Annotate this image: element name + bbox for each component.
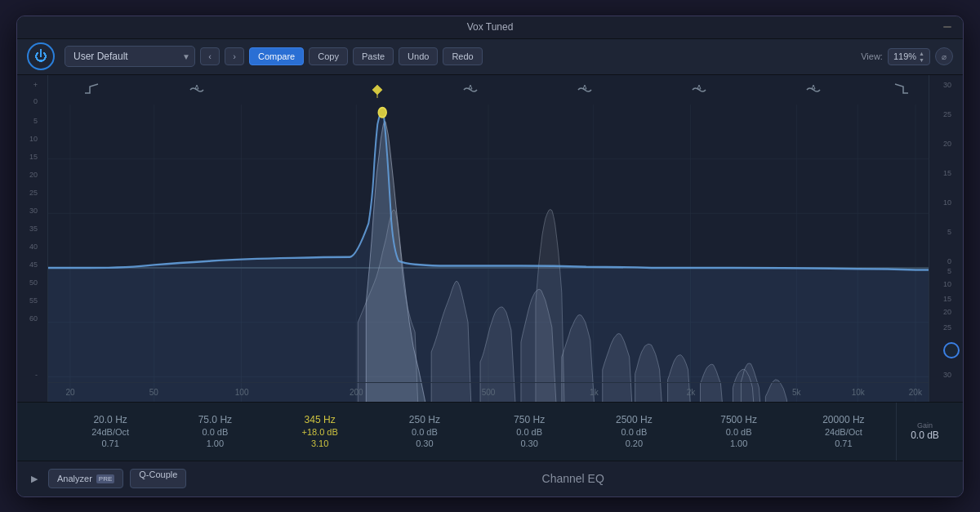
analyzer-button[interactable]: Analyzer PRE bbox=[48, 469, 123, 488]
band-1-info[interactable]: 20.0 Hz 24dB/Oct 0.71 bbox=[58, 403, 163, 461]
band-6-info[interactable]: 2500 Hz 0.0 dB 0.20 bbox=[581, 403, 686, 461]
preset-dropdown[interactable]: User Default bbox=[65, 46, 195, 67]
link-button[interactable]: ⌀ bbox=[935, 47, 953, 65]
rscale-30a: 30 bbox=[943, 82, 956, 89]
band-2-info[interactable]: 75.0 Hz 0.0 dB 1.00 bbox=[163, 403, 267, 461]
bottom-title: Channel EQ bbox=[193, 472, 953, 485]
undo-button[interactable]: Undo bbox=[399, 47, 438, 65]
scale-20a: 20 bbox=[29, 171, 42, 179]
band-8-handle[interactable] bbox=[893, 82, 910, 98]
view-value-control[interactable]: 119% ▲ ▼ bbox=[888, 48, 930, 65]
band-4-handle[interactable] bbox=[462, 83, 479, 96]
freq-1k: 1k bbox=[590, 388, 599, 397]
right-scale: 30 25 20 15 10 5 0 5 10 15 20 25 30 bbox=[929, 75, 963, 402]
scale-plus: + bbox=[33, 82, 42, 89]
view-value: 119% bbox=[893, 51, 916, 61]
band-2-q: 1.00 bbox=[207, 439, 224, 448]
freq-100: 100 bbox=[235, 388, 249, 397]
q-couple-button[interactable]: Q-Couple bbox=[130, 469, 186, 488]
nav-back-button[interactable]: ‹ bbox=[200, 47, 220, 65]
gain-label: Gain bbox=[917, 421, 933, 430]
toolbar: ⏻ User Default ▼ ‹ › Compare Copy Paste … bbox=[17, 39, 963, 75]
freq-info-bar: 20.0 Hz 24dB/Oct 0.71 75.0 Hz 0.0 dB 1.0… bbox=[17, 402, 963, 461]
freq-10k: 10k bbox=[852, 388, 865, 397]
band-6-freq: 2500 Hz bbox=[616, 414, 653, 425]
band-handles bbox=[48, 75, 929, 105]
band-5-handle[interactable] bbox=[577, 83, 593, 96]
band-3-freq: 345 Hz bbox=[305, 414, 336, 425]
eq-canvas[interactable]: 20 50 100 200 500 1k 2k 5k 10k 20k bbox=[48, 75, 929, 402]
freq-5k: 5k bbox=[792, 388, 801, 397]
band-8-freq: 20000 Hz bbox=[822, 414, 864, 425]
band-2-freq: 75.0 Hz bbox=[198, 414, 232, 425]
band-5-q: 0.30 bbox=[520, 439, 537, 448]
band-6-gain: 0.0 dB bbox=[621, 427, 647, 437]
band-6-handle[interactable] bbox=[691, 83, 707, 96]
band-7-gain: 0.0 dB bbox=[726, 427, 752, 437]
copy-button[interactable]: Copy bbox=[309, 47, 348, 65]
rscale-10b: 10 bbox=[943, 281, 956, 288]
preset-wrapper: User Default ▼ bbox=[65, 46, 195, 67]
band-3-q: 3.10 bbox=[311, 439, 328, 448]
band-7-handle[interactable] bbox=[805, 83, 822, 96]
freq-axis: 20 50 100 200 500 1k 2k 5k 10k 20k bbox=[48, 382, 929, 402]
svg-marker-6 bbox=[812, 85, 815, 89]
rscale-25a: 25 bbox=[943, 111, 956, 118]
band-6-q: 0.20 bbox=[626, 439, 643, 448]
band-5-gain: 0.0 dB bbox=[516, 427, 542, 437]
plugin-window: Vox Tuned ⏻ User Default ▼ ‹ › Compare C… bbox=[16, 16, 964, 497]
scale-50a: 50 bbox=[29, 279, 42, 287]
band-3-info[interactable]: 345 Hz +18.0 dB 3.10 bbox=[268, 403, 372, 461]
scale-15a: 15 bbox=[29, 154, 42, 161]
rscale-25b: 25 bbox=[943, 324, 956, 332]
rscale-20b: 20 bbox=[943, 309, 956, 316]
freq-20: 20 bbox=[65, 388, 74, 397]
compare-button[interactable]: Compare bbox=[249, 47, 304, 65]
svg-marker-0 bbox=[195, 85, 198, 89]
nav-forward-button[interactable]: › bbox=[225, 47, 244, 65]
view-label: View: bbox=[861, 51, 883, 61]
band-3-gain: +18.0 dB bbox=[301, 427, 337, 437]
band-7-freq: 7500 Hz bbox=[720, 414, 757, 425]
gain-knob[interactable] bbox=[943, 342, 960, 358]
rscale-30b: 30 bbox=[943, 372, 956, 379]
band-1-freq: 20.0 Hz bbox=[93, 414, 127, 425]
redo-button[interactable]: Redo bbox=[443, 47, 482, 65]
scale-0: 0 bbox=[33, 98, 42, 105]
band-1-q: 0.71 bbox=[101, 439, 118, 448]
play-button[interactable]: ▶ bbox=[27, 471, 42, 486]
scale-40a: 40 bbox=[29, 243, 42, 251]
eq-curve-svg bbox=[48, 105, 929, 402]
band-7-q: 1.00 bbox=[730, 439, 747, 448]
rscale-0: 0 bbox=[947, 258, 956, 265]
band-4-q: 0.30 bbox=[416, 439, 433, 448]
scale-35a: 35 bbox=[29, 225, 42, 233]
view-down-icon: ▼ bbox=[919, 57, 924, 63]
svg-rect-1 bbox=[373, 85, 382, 94]
pre-badge: PRE bbox=[96, 474, 114, 483]
rscale-5b: 5 bbox=[947, 268, 956, 275]
band-7-info[interactable]: 7500 Hz 0.0 dB 1.00 bbox=[687, 403, 791, 461]
paste-button[interactable]: Paste bbox=[353, 47, 394, 65]
power-button[interactable]: ⏻ bbox=[27, 42, 55, 70]
band-8-info[interactable]: 20000 Hz 24dB/Oct 0.71 bbox=[791, 403, 896, 461]
title-bar: Vox Tuned bbox=[17, 16, 963, 39]
band-4-info[interactable]: 250 Hz 0.0 dB 0.30 bbox=[372, 403, 477, 461]
link-icon: ⌀ bbox=[942, 52, 947, 61]
minimize-btn[interactable] bbox=[943, 26, 951, 28]
gain-value: 0.0 dB bbox=[911, 430, 939, 441]
band-8-q: 0.71 bbox=[835, 439, 852, 448]
left-scale: + 0 5 10 15 20 25 30 35 40 45 50 55 60 - bbox=[17, 75, 48, 402]
band-2-handle[interactable] bbox=[189, 83, 205, 96]
band-1-handle[interactable] bbox=[83, 82, 100, 98]
analyzer-label: Analyzer bbox=[57, 474, 92, 483]
scale-5a: 5 bbox=[33, 118, 42, 125]
bottom-bar: ▶ Analyzer PRE Q-Couple Channel EQ bbox=[17, 461, 963, 496]
scale-25a: 25 bbox=[29, 189, 42, 197]
band-1-gain: 24dB/Oct bbox=[91, 427, 129, 437]
band-3-handle[interactable] bbox=[369, 82, 385, 98]
rscale-10a: 10 bbox=[943, 199, 956, 207]
band-5-freq: 750 Hz bbox=[514, 414, 545, 425]
right-gain-section: Gain 0.0 dB bbox=[896, 403, 953, 461]
band-5-info[interactable]: 750 Hz 0.0 dB 0.30 bbox=[477, 403, 581, 461]
